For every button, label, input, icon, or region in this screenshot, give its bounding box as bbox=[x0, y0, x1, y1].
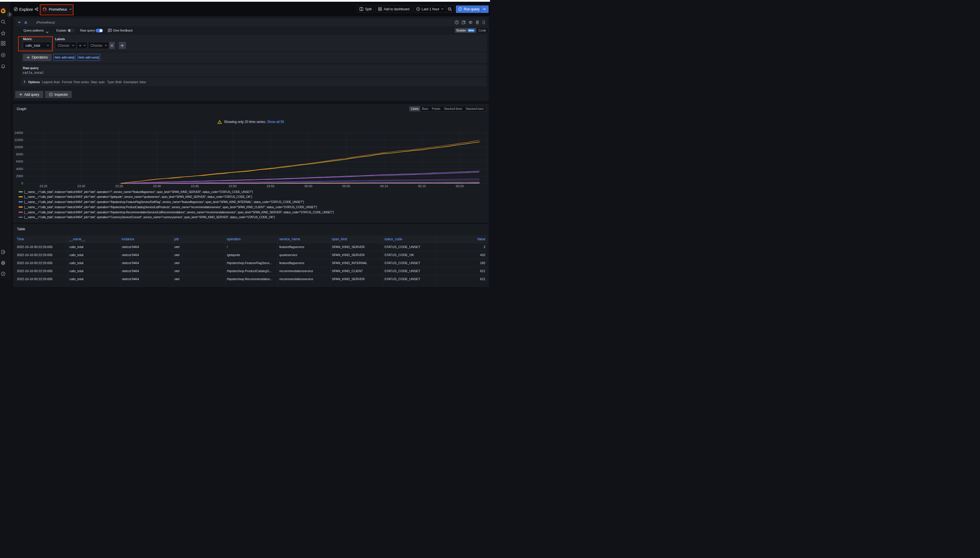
svg-text:23:50: 23:50 bbox=[229, 184, 237, 188]
svg-text:00:00: 00:00 bbox=[304, 184, 312, 188]
svg-text:23:40: 23:40 bbox=[153, 184, 161, 188]
svg-text:?: ? bbox=[456, 21, 457, 24]
svg-text:23:45: 23:45 bbox=[191, 184, 199, 188]
svg-text:00:15: 00:15 bbox=[418, 184, 426, 188]
svg-text:23:25: 23:25 bbox=[39, 184, 47, 188]
svg-text:6000: 6000 bbox=[16, 160, 23, 163]
svg-text:23:30: 23:30 bbox=[77, 184, 85, 188]
svg-text:00:20: 00:20 bbox=[455, 184, 464, 188]
svg-text:0: 0 bbox=[21, 182, 23, 185]
svg-text:14000: 14000 bbox=[14, 131, 23, 135]
svg-text:8000: 8000 bbox=[16, 153, 23, 156]
svg-text:12000: 12000 bbox=[14, 138, 23, 142]
svg-text:23:55: 23:55 bbox=[266, 184, 275, 188]
svg-text:23:35: 23:35 bbox=[115, 184, 123, 188]
svg-text:00:10: 00:10 bbox=[380, 184, 388, 188]
svg-text:00:05: 00:05 bbox=[342, 184, 350, 188]
svg-text:2000: 2000 bbox=[16, 174, 23, 178]
svg-text:10000: 10000 bbox=[14, 145, 23, 149]
svg-text:4000: 4000 bbox=[16, 167, 23, 171]
svg-text:?: ? bbox=[2, 272, 4, 275]
